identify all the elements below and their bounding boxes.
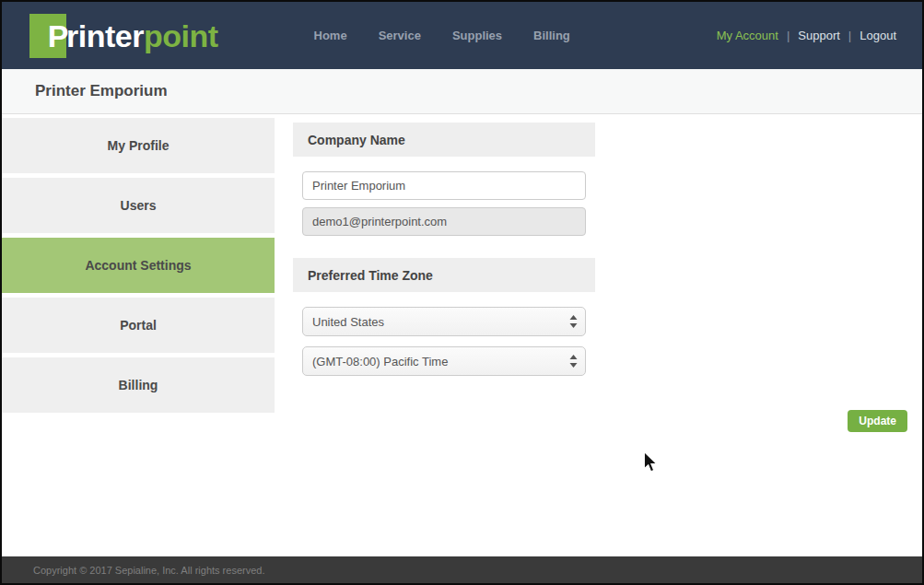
company-name-panel: Company Name	[293, 123, 595, 249]
nav-item-supplies[interactable]: Supplies	[452, 29, 502, 42]
nav-item-home[interactable]: Home	[314, 29, 347, 42]
time-zone-panel-header: Preferred Time Zone	[293, 258, 595, 292]
logo-text-rest: rinter	[66, 14, 144, 58]
account-nav: My Account | Support | Logout	[717, 29, 896, 42]
logout-link[interactable]: Logout	[860, 29, 896, 42]
settings-content: Company Name Preferred Time Zone United …	[275, 114, 922, 556]
sidebar-item-billing[interactable]: Billing	[2, 357, 275, 413]
country-select-wrap: United States	[302, 307, 586, 336]
app-window: P rinter point Home Service Supplies Bil…	[0, 0, 924, 585]
country-select[interactable]: United States	[302, 307, 586, 336]
company-name-panel-body	[293, 157, 595, 249]
page-header-bar: Printer Emporium	[2, 69, 922, 114]
printerpoint-logo[interactable]: P rinter point	[29, 14, 218, 58]
sidebar-item-portal[interactable]: Portal	[2, 298, 275, 353]
top-navbar: P rinter point Home Service Supplies Bil…	[2, 2, 922, 69]
support-link[interactable]: Support	[798, 29, 840, 42]
main-nav: Home Service Supplies Billing	[314, 29, 570, 42]
account-email-input	[302, 207, 586, 236]
page-title: Printer Emporium	[35, 82, 168, 100]
company-name-panel-header: Company Name	[293, 123, 595, 157]
logo-green-square: P	[29, 14, 66, 58]
time-zone-panel-title: Preferred Time Zone	[308, 268, 433, 283]
time-zone-panel: Preferred Time Zone United States	[293, 258, 595, 389]
footer: Copyright © 2017 Sepialine, Inc. All rig…	[2, 556, 922, 583]
nav-separator: |	[848, 29, 851, 42]
logo-initial: P	[48, 14, 68, 58]
nav-separator: |	[787, 29, 789, 42]
timezone-select[interactable]: (GMT-08:00) Pacific Time	[302, 346, 586, 376]
nav-item-billing[interactable]: Billing	[533, 29, 570, 42]
page-body: My Profile Users Account Settings Portal…	[2, 114, 922, 556]
sidebar-item-users[interactable]: Users	[2, 178, 275, 233]
copyright-text: Copyright © 2017 Sepialine, Inc. All rig…	[33, 565, 264, 576]
time-zone-panel-body: United States (GMT-08:00) Pacific Time	[293, 292, 595, 389]
sidebar-item-account-settings[interactable]: Account Settings	[2, 238, 275, 293]
timezone-select-wrap: (GMT-08:00) Pacific Time	[302, 346, 586, 376]
logo-text-suffix: point	[144, 14, 218, 58]
my-account-link[interactable]: My Account	[717, 29, 778, 42]
company-name-input[interactable]	[302, 171, 586, 200]
update-button[interactable]: Update	[848, 410, 907, 432]
sidebar-item-my-profile[interactable]: My Profile	[2, 118, 275, 173]
update-button-row: Update	[293, 410, 907, 432]
settings-sidebar: My Profile Users Account Settings Portal…	[2, 114, 275, 556]
nav-item-service[interactable]: Service	[379, 29, 421, 42]
company-name-panel-title: Company Name	[308, 133, 405, 147]
